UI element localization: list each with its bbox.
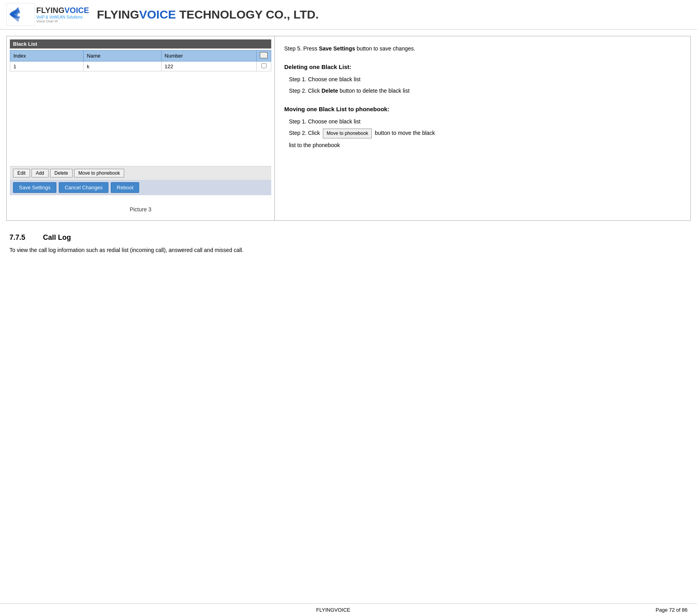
edit-button[interactable]: Edit: [13, 169, 30, 177]
footer-right: Page 72 of 86: [656, 607, 688, 613]
flyingvoice-logo-icon: [6, 3, 35, 26]
black-list-title: Black List: [10, 39, 271, 49]
footer-left: [9, 607, 11, 613]
body-paragraph: To view the call log information such as…: [9, 246, 688, 254]
brand-tagline-text: VoIP & VoWLAN Solutions: [36, 15, 89, 19]
step5-post: button to save changes.: [355, 45, 416, 52]
black-list-table: Index Name Number 1 k 122: [10, 50, 271, 166]
left-panel: Black List Index Name Number 1: [7, 36, 275, 220]
select-all-checkbox[interactable]: [260, 52, 268, 58]
page-header: FLYING VOICE VoIP & VoWLAN Solutions Voi…: [0, 0, 697, 30]
delete-step2-pre: Step 2. Click: [289, 88, 321, 94]
brand-voice-text: VOICE: [65, 6, 89, 15]
table-row: 1 k 122: [10, 62, 271, 71]
page-footer: FLYINGVOICE Page 72 of 86: [0, 603, 697, 616]
section-number-heading: 7.7.5 Call Log: [9, 233, 688, 242]
col-header-number: Number: [161, 50, 256, 62]
col-header-name: Name: [84, 50, 161, 62]
save-settings-button[interactable]: Save Settings: [13, 182, 56, 193]
delete-bold: Delete: [321, 88, 338, 94]
col-header-checkbox: [257, 50, 271, 62]
delete-step2-post: button to delete the black list: [338, 88, 410, 94]
cell-number: 122: [161, 62, 256, 71]
brand-sub-text: Voice Over IP: [36, 19, 89, 23]
company-title: FLYINGVOICE TECHNOLOGY CO., LTD.: [97, 8, 319, 21]
add-button[interactable]: Add: [32, 169, 48, 177]
cell-name: k: [84, 62, 161, 71]
move-to-phonebook-button[interactable]: Move to phonebook: [74, 169, 124, 177]
col-header-index: Index: [10, 50, 84, 62]
move-step2-post: button to move the black: [373, 130, 435, 136]
picture-caption: Picture 3: [7, 198, 274, 220]
section-title: Call Log: [43, 233, 71, 241]
reboot-button[interactable]: Reboot: [111, 182, 139, 193]
row-checkbox[interactable]: [261, 63, 266, 68]
brand-flying-text: FLYING: [36, 6, 65, 15]
table-row-empty: [10, 71, 271, 166]
logo-text: FLYING VOICE VoIP & VoWLAN Solutions Voi…: [36, 6, 89, 23]
step5-text: Step 5. Press Save Settings button to sa…: [284, 44, 681, 53]
action-buttons-row: Edit Add Delete Move to phonebook: [10, 166, 271, 180]
footer-center: FLYINGVOICE: [316, 607, 350, 613]
bottom-buttons-row: Save Settings Cancel Changes Reboot: [10, 180, 271, 195]
delete-step1: Step 1. Choose one black list: [289, 75, 681, 84]
move-step2: Step 2. Click Move to phonebook button t…: [289, 129, 681, 138]
delete-step2: Step 2. Click Delete button to delete th…: [289, 86, 681, 95]
cell-index: 1: [10, 62, 84, 71]
black-list-section: Black List Index Name Number 1: [7, 36, 274, 198]
logo-area: FLYING VOICE VoIP & VoWLAN Solutions Voi…: [6, 3, 89, 26]
main-content-area: Black List Index Name Number 1: [6, 36, 691, 221]
body-section: 7.7.5 Call Log To view the call log info…: [0, 227, 697, 265]
section-number: 7.7.5: [9, 233, 41, 242]
move-step2-line2: list to the phonebook: [289, 141, 681, 149]
cancel-changes-button[interactable]: Cancel Changes: [59, 182, 108, 193]
step5-pre: Step 5. Press: [284, 45, 319, 52]
move-step2-pre: Step 2. Click: [289, 130, 321, 136]
move-heading: Moving one Black List to phonebook:: [284, 105, 681, 114]
step5-bold: Save Settings: [319, 45, 355, 52]
move-step1: Step 1. Choose one black list: [289, 117, 681, 126]
delete-button[interactable]: Delete: [50, 169, 73, 177]
cell-checkbox[interactable]: [257, 62, 271, 71]
move-to-phonebook-inline-btn: Move to phonebook: [323, 129, 371, 138]
delete-heading: Deleting one Black List:: [284, 62, 681, 72]
right-panel: Step 5. Press Save Settings button to sa…: [275, 36, 690, 220]
